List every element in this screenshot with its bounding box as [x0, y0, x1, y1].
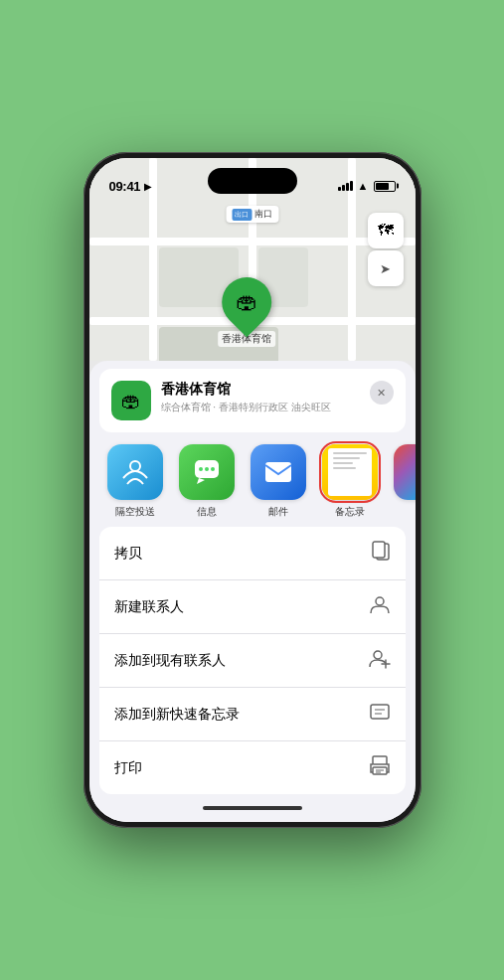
close-icon: ✕ [377, 387, 386, 400]
map-type-icon: 🗺 [378, 222, 394, 240]
action-add-existing[interactable]: 添加到现有联系人 [99, 634, 406, 688]
svg-point-4 [211, 467, 215, 471]
status-icons: ▲ [338, 180, 396, 192]
compass-icon: ➤ [380, 261, 391, 276]
svg-point-3 [205, 467, 209, 471]
share-notes[interactable]: 备忘录 [314, 444, 386, 519]
share-airdrop[interactable]: 隔空投送 [99, 444, 171, 519]
exit-label-text: 南口 [254, 208, 272, 221]
venue-info-card: 🏟 香港体育馆 综合体育馆 · 香港特别行政区 油尖旺区 ✕ [99, 369, 406, 432]
messages-icon [179, 444, 235, 500]
svg-point-8 [376, 597, 384, 605]
notes-label: 备忘录 [335, 505, 365, 519]
share-mail[interactable]: 邮件 [243, 444, 314, 519]
add-existing-label: 添加到现有联系人 [114, 652, 226, 670]
dynamic-island [208, 168, 297, 194]
venue-icon: 🏟 [111, 381, 151, 420]
copy-icon [371, 540, 391, 567]
action-new-contact[interactable]: 新建联系人 [99, 580, 406, 634]
notes-icon [322, 444, 378, 500]
print-icon [369, 754, 391, 781]
venue-name: 香港体育馆 [161, 381, 360, 399]
stadium-icon: 🏟 [236, 289, 257, 315]
airdrop-icon [107, 444, 163, 500]
svg-rect-5 [265, 462, 291, 482]
status-time: 09:41 [109, 179, 141, 194]
action-add-note[interactable]: 添加到新快速备忘录 [99, 688, 406, 741]
location-button[interactable]: ➤ [368, 250, 404, 286]
more-apps-icon [394, 444, 416, 500]
bottom-sheet: 🏟 香港体育馆 综合体育馆 · 香港特别行政区 油尖旺区 ✕ [89, 361, 416, 822]
svg-rect-15 [373, 756, 387, 764]
venue-subtitle: 综合体育馆 · 香港特别行政区 油尖旺区 [161, 401, 360, 414]
share-row: 隔空投送 信息 [89, 432, 416, 527]
svg-rect-12 [371, 705, 389, 719]
svg-point-2 [199, 467, 203, 471]
exit-badge: 出口 [232, 209, 252, 221]
add-existing-icon [369, 647, 391, 674]
action-list: 拷贝 新建联系人 [99, 527, 406, 794]
map-controls: 🗺 ➤ [368, 213, 404, 286]
mail-icon [251, 444, 306, 500]
map-type-button[interactable]: 🗺 [368, 213, 404, 248]
mail-label: 邮件 [268, 505, 288, 519]
action-print[interactable]: 打印 [99, 741, 406, 794]
wifi-icon: ▲ [358, 180, 369, 192]
print-label: 打印 [114, 759, 142, 777]
svg-point-0 [130, 461, 140, 471]
svg-point-9 [374, 651, 382, 659]
venue-close-button[interactable]: ✕ [370, 381, 394, 405]
phone-frame: 09:41 ▶ ▲ [84, 152, 421, 828]
pin-circle: 🏟 [211, 267, 281, 338]
home-indicator [89, 794, 416, 822]
new-contact-icon [369, 593, 391, 620]
airdrop-label: 隔空投送 [115, 505, 155, 519]
share-messages[interactable]: 信息 [171, 444, 243, 519]
new-contact-label: 新建联系人 [114, 598, 184, 616]
share-more[interactable]: 推 [386, 444, 416, 519]
add-note-icon [369, 701, 391, 728]
stadium-pin[interactable]: 🏟 香港体育馆 [218, 277, 275, 347]
battery-icon [374, 181, 396, 192]
action-copy[interactable]: 拷贝 [99, 527, 406, 580]
signal-bars-icon [338, 181, 353, 191]
messages-label: 信息 [197, 505, 217, 519]
map-exit-label: 出口 南口 [226, 206, 278, 223]
add-note-label: 添加到新快速备忘录 [114, 706, 240, 724]
location-arrow-icon: ▶ [144, 181, 152, 192]
home-bar [203, 806, 302, 810]
phone-screen: 09:41 ▶ ▲ [89, 158, 416, 822]
copy-label: 拷贝 [114, 545, 142, 563]
svg-rect-7 [373, 542, 385, 558]
venue-text: 香港体育馆 综合体育馆 · 香港特别行政区 油尖旺区 [161, 381, 360, 414]
